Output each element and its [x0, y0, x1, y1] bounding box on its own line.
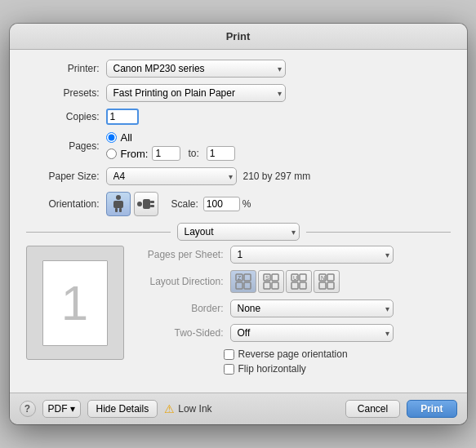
pages-range-line: From: to: — [106, 146, 235, 161]
pdf-arrow-icon: ▾ — [70, 403, 75, 415]
direction-n2-icon: N — [318, 273, 335, 290]
help-icon: ? — [24, 403, 30, 415]
layout-options: Pages per Sheet: 1 Layout Direction: — [134, 246, 451, 378]
presets-label: Presets: — [26, 87, 100, 99]
svg-rect-21 — [300, 282, 306, 289]
hide-details-button[interactable]: Hide Details — [87, 400, 158, 418]
svg-rect-9 — [244, 274, 251, 281]
divider-left — [26, 232, 171, 233]
orientation-label: Orientation: — [26, 198, 100, 210]
direction-btn-1[interactable]: Z — [230, 270, 256, 293]
direction-n-icon: U — [291, 273, 307, 290]
presets-row: Presets: Fast Printing on Plain Paper — [26, 84, 451, 102]
svg-rect-3 — [119, 208, 122, 212]
cancel-button[interactable]: Cancel — [345, 400, 400, 418]
layout-direction-row: Layout Direction: Z — [134, 270, 451, 293]
copies-input[interactable] — [106, 109, 139, 125]
pages-per-sheet-row: Pages per Sheet: 1 — [134, 246, 451, 264]
svg-text:U: U — [293, 275, 297, 281]
border-row: Border: None — [134, 299, 451, 317]
direction-s-icon: S — [263, 273, 279, 290]
printer-select-wrapper[interactable]: Canon MP230 series — [106, 60, 286, 78]
svg-rect-6 — [150, 201, 154, 203]
paper-size-select-wrapper[interactable]: A4 — [106, 167, 237, 185]
flip-horizontally-checkbox[interactable] — [224, 364, 234, 375]
cancel-label: Cancel — [358, 403, 388, 415]
svg-text:Z: Z — [238, 275, 242, 281]
portrait-button[interactable] — [106, 192, 131, 216]
direction-btn-2[interactable]: S — [258, 270, 284, 293]
svg-rect-10 — [236, 282, 242, 289]
pages-label: Pages: — [26, 140, 100, 152]
svg-rect-2 — [115, 208, 118, 212]
landscape-icon — [137, 197, 155, 211]
direction-buttons: Z S — [230, 270, 340, 293]
printer-select[interactable]: Canon MP230 series — [106, 60, 286, 78]
direction-btn-4[interactable]: N — [314, 270, 340, 293]
svg-rect-24 — [327, 274, 334, 281]
pdf-button[interactable]: PDF ▾ — [42, 400, 81, 418]
hide-details-label: Hide Details — [96, 403, 149, 415]
reverse-orientation-checkbox[interactable] — [224, 349, 234, 360]
two-sided-select[interactable]: Off — [230, 324, 394, 342]
paper-size-label: Paper Size: — [26, 171, 100, 182]
layout-section-select[interactable]: Layout — [177, 223, 300, 241]
print-label: Print — [420, 403, 443, 415]
border-label: Border: — [134, 303, 224, 314]
reverse-orientation-row: Reverse page orientation — [224, 348, 451, 360]
pages-from-label: From: — [121, 148, 149, 160]
two-sided-row: Two-Sided: Off — [134, 324, 451, 342]
pages-all-radio[interactable] — [106, 132, 117, 143]
print-button[interactable]: Print — [407, 400, 456, 418]
help-button[interactable]: ? — [20, 401, 36, 417]
low-ink-label: Low Ink — [178, 403, 211, 415]
pages-row: Pages: All From: to: — [26, 131, 451, 161]
title-bar: Print — [10, 24, 467, 50]
paper-size-info: 210 by 297 mm — [243, 171, 311, 182]
direction-z-icon: Z — [235, 273, 251, 290]
bottom-bar: ? PDF ▾ Hide Details ⚠ Low Ink Cancel Pr… — [10, 393, 467, 424]
presets-select[interactable]: Fast Printing on Plain Paper — [106, 84, 286, 102]
pages-radio-group: All From: to: — [106, 131, 235, 161]
svg-rect-20 — [291, 282, 298, 289]
preview-number: 1 — [61, 275, 88, 331]
svg-rect-0 — [116, 195, 121, 200]
border-select[interactable]: None — [230, 299, 394, 317]
divider-right — [306, 232, 451, 233]
landscape-button[interactable] — [134, 192, 158, 216]
paper-size-select[interactable]: A4 — [106, 167, 237, 185]
svg-rect-11 — [244, 282, 251, 289]
pages-per-sheet-select-wrapper[interactable]: 1 — [230, 246, 394, 264]
svg-text:S: S — [265, 275, 269, 281]
pages-per-sheet-label: Pages per Sheet: — [134, 249, 224, 260]
printer-label: Printer: — [26, 63, 100, 74]
low-ink-indicator: ⚠ Low Ink — [164, 402, 211, 415]
pages-all-label: All — [121, 131, 132, 144]
svg-rect-19 — [300, 274, 306, 281]
svg-rect-1 — [113, 201, 123, 208]
pages-to-label: to: — [188, 148, 198, 159]
pages-from-input[interactable] — [152, 146, 180, 161]
svg-rect-16 — [272, 282, 278, 289]
scale-unit: % — [242, 198, 251, 210]
scale-label: Scale: — [171, 198, 198, 210]
scale-input[interactable] — [203, 197, 240, 211]
pages-to-input[interactable] — [207, 146, 235, 161]
flip-horizontally-label: Flip horizontally — [238, 363, 306, 375]
reverse-orientation-label: Reverse page orientation — [238, 348, 348, 360]
presets-select-wrapper[interactable]: Fast Printing on Plain Paper — [106, 84, 286, 102]
dialog-title: Print — [226, 30, 251, 42]
pages-per-sheet-select[interactable]: 1 — [230, 246, 394, 264]
border-select-wrapper[interactable]: None — [230, 299, 394, 317]
two-sided-label: Two-Sided: — [134, 327, 224, 339]
portrait-icon — [111, 195, 126, 213]
two-sided-select-wrapper[interactable]: Off — [230, 324, 394, 342]
direction-btn-3[interactable]: U — [286, 270, 312, 293]
pdf-label: PDF — [48, 403, 68, 415]
pages-range-radio[interactable] — [106, 149, 117, 159]
warning-icon: ⚠ — [164, 402, 175, 415]
page-inner: 1 — [42, 260, 108, 346]
layout-main: 1 Pages per Sheet: 1 Layout Direction: — [26, 246, 451, 378]
layout-section-select-wrapper[interactable]: Layout — [177, 223, 300, 241]
print-dialog: Print Printer: Canon MP230 series Preset… — [10, 24, 467, 424]
